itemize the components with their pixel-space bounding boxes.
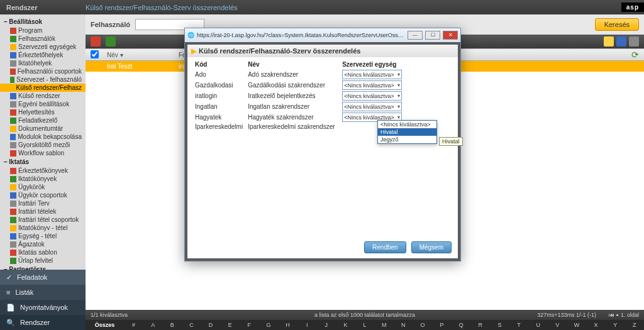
alpha-item[interactable]: S bbox=[490, 322, 509, 328]
org-select[interactable]: <Nincs kiválasztva>▾ bbox=[342, 91, 402, 101]
window-maximize[interactable]: ☐ bbox=[425, 31, 440, 40]
alpha-item[interactable]: F bbox=[240, 322, 259, 328]
alpha-item[interactable]: J bbox=[316, 322, 336, 328]
alpha-item[interactable]: Összes bbox=[86, 322, 124, 328]
sidebar-item[interactable]: Iktatókönyvek bbox=[0, 175, 86, 183]
alpha-item[interactable]: P bbox=[432, 322, 452, 328]
dropdown-option[interactable]: <Nincs kiválasztva> bbox=[378, 121, 436, 128]
status-right: 327ms+133ms 1/-1 (-1) bbox=[537, 312, 596, 318]
sidebar-item[interactable]: Űrlap felvitel bbox=[0, 256, 86, 265]
alpha-item[interactable]: X bbox=[586, 322, 606, 328]
sidebar-item[interactable]: Külső rendszer/Felhasz bbox=[0, 84, 86, 92]
sidebar-item[interactable]: Program bbox=[0, 26, 86, 35]
alpha-item[interactable]: Y bbox=[606, 322, 625, 328]
delete-icon[interactable] bbox=[91, 36, 101, 47]
alpha-item[interactable]: G bbox=[259, 322, 279, 328]
col-nev[interactable]: Név ▾ bbox=[103, 52, 179, 58]
bottomnav-item[interactable]: 📄Nyomtatványok bbox=[0, 300, 86, 315]
sidebar-item[interactable]: Iktatás sablon bbox=[0, 248, 86, 256]
sidebar-item[interactable]: Iktatóhelyek bbox=[0, 59, 86, 67]
excel-icon[interactable] bbox=[106, 36, 116, 47]
alpha-item[interactable]: L bbox=[355, 322, 375, 328]
window-close[interactable]: ✕ bbox=[443, 31, 458, 40]
alpha-item[interactable]: N bbox=[394, 322, 413, 328]
bottomnav-icon: 📄 bbox=[6, 304, 15, 312]
select-all-checkbox[interactable] bbox=[91, 50, 99, 58]
window-minimize[interactable]: — bbox=[408, 31, 423, 40]
alpha-item[interactable]: E bbox=[220, 322, 240, 328]
save-icon[interactable] bbox=[616, 36, 626, 47]
sidebar-item[interactable]: Feladatkezelő bbox=[0, 116, 86, 124]
refresh-icon[interactable]: ⟳ bbox=[631, 50, 639, 60]
bottomnav-item[interactable]: 🔍Rendszer bbox=[0, 315, 86, 330]
sidebar-group[interactable]: – Beállítások bbox=[0, 17, 86, 26]
alpha-item[interactable]: V bbox=[548, 322, 567, 328]
item-icon bbox=[10, 250, 16, 256]
sidebar-item[interactable]: Érkeztetőkönyvek bbox=[0, 167, 86, 175]
org-select[interactable]: <Nincs kiválasztva>▾ bbox=[342, 70, 402, 79]
alpha-item[interactable]: U bbox=[528, 322, 548, 328]
sidebar-item[interactable]: Dokumentumtár bbox=[0, 124, 86, 133]
bottomnav-item[interactable]: ≡Listák bbox=[0, 285, 86, 300]
alpha-item[interactable]: Z bbox=[625, 322, 644, 328]
sidebar-item[interactable]: Gyorskitöltő mezői bbox=[0, 141, 86, 149]
sidebar-item[interactable]: Modulok bekapcsolása bbox=[0, 133, 86, 141]
alpha-item[interactable]: Q bbox=[452, 322, 471, 328]
alpha-item[interactable]: M bbox=[374, 322, 394, 328]
status-page: ⏮ ◀ 1. oldal bbox=[609, 312, 639, 318]
sidebar-item[interactable]: Szervezeti egységek bbox=[0, 43, 86, 51]
item-icon bbox=[10, 233, 16, 239]
chevron-down-icon: ▾ bbox=[397, 93, 400, 99]
dlg-row: AdoAdó szakrendszer<Nincs kiválasztva>▾ bbox=[192, 69, 453, 80]
item-icon bbox=[10, 77, 14, 83]
alpha-item[interactable]: # bbox=[124, 322, 143, 328]
dropdown-option[interactable]: Jegyző bbox=[378, 136, 436, 143]
settings-icon[interactable] bbox=[629, 36, 639, 47]
bottomnav-item[interactable]: ✓Feladatok bbox=[0, 270, 86, 285]
org-select[interactable]: <Nincs kiválasztva>▾ bbox=[342, 102, 402, 111]
sidebar-item[interactable]: Felhasználók bbox=[0, 35, 86, 43]
alpha-item[interactable]: I bbox=[297, 322, 317, 328]
sidebar-item[interactable]: Egység - tétel bbox=[0, 232, 86, 240]
sidebar-item[interactable]: Irattári Terv bbox=[0, 199, 86, 207]
alpha-item[interactable]: R bbox=[470, 322, 490, 328]
sidebar-item[interactable]: Egyéni beállítások bbox=[0, 100, 86, 108]
dlg-row: GazdalkodasiGazdálkodási szakrendszer<Ni… bbox=[192, 80, 453, 91]
alpha-item[interactable]: C bbox=[182, 322, 201, 328]
alpha-item[interactable]: K bbox=[336, 322, 355, 328]
org-select[interactable]: <Nincs kiválasztva>▾ bbox=[342, 80, 402, 90]
sidebar-item[interactable]: Ügykörök bbox=[0, 183, 86, 191]
sidebar-item[interactable]: Irattári tétel csoportok bbox=[0, 216, 86, 224]
cancel-button[interactable]: Mégsem bbox=[411, 241, 452, 253]
search-button[interactable]: Keresés bbox=[595, 18, 639, 31]
alpha-item[interactable]: W bbox=[567, 322, 587, 328]
alpha-item[interactable]: A bbox=[143, 322, 163, 328]
sidebar-item[interactable]: Iktatókönyv - tétel bbox=[0, 224, 86, 232]
sidebar-item[interactable]: Irattári tételek bbox=[0, 207, 86, 216]
sidebar-item[interactable]: Külső rendszer bbox=[0, 92, 86, 100]
dropdown-option[interactable]: Hivatal bbox=[378, 128, 436, 136]
alpha-item[interactable]: B bbox=[162, 322, 182, 328]
alpha-item[interactable]: T bbox=[509, 322, 529, 328]
sidebar-group[interactable]: – Partnertörzs bbox=[0, 265, 86, 270]
chevron-down-icon: ▾ bbox=[397, 72, 400, 77]
folder-icon[interactable] bbox=[604, 36, 614, 47]
sidebar-item[interactable]: Helyettesítés bbox=[0, 108, 86, 116]
bottomnav-icon: ≡ bbox=[6, 289, 10, 296]
dlg-col-kod: Kód bbox=[192, 60, 245, 69]
status-mid: a lista az első 1000 találatot tartalmaz… bbox=[314, 312, 415, 318]
sidebar-item[interactable]: Érkeztetőhelyek bbox=[0, 51, 86, 59]
sidebar-item[interactable]: Felhasználói csoportok bbox=[0, 67, 86, 75]
alpha-item[interactable]: H bbox=[278, 322, 297, 328]
alpha-item[interactable]: O bbox=[413, 322, 433, 328]
dialog-title: Külső rendszer/Felhasználó-Szerv összere… bbox=[199, 47, 360, 55]
sidebar-item[interactable]: Ügykör csoportok bbox=[0, 191, 86, 199]
sidebar-item[interactable]: Szervezet - felhasználó bbox=[0, 75, 86, 84]
sidebar-item[interactable]: Ágazatok bbox=[0, 240, 86, 248]
sidebar-item[interactable]: Workflow sablon bbox=[0, 149, 86, 157]
alpha-item[interactable]: D bbox=[201, 322, 221, 328]
dropdown-list[interactable]: <Nincs kiválasztva>HivatalJegyző bbox=[377, 120, 437, 144]
sidebar-group[interactable]: – Iktatás bbox=[0, 157, 86, 167]
ok-button[interactable]: Rendben bbox=[364, 241, 406, 253]
item-icon bbox=[10, 109, 16, 116]
